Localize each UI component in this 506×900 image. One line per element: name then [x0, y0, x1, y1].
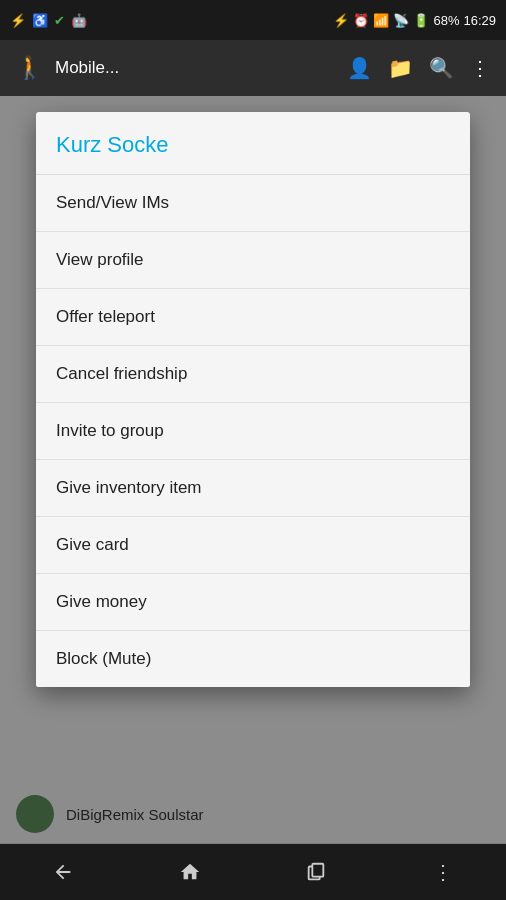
status-left-icons: ⚡ ♿ ✔ 🤖: [10, 13, 87, 28]
cancel-friendship-item[interactable]: Cancel friendship: [36, 346, 470, 403]
battery-percent: 68%: [433, 13, 459, 28]
give-money-item[interactable]: Give money: [36, 574, 470, 631]
offer-teleport-item[interactable]: Offer teleport: [36, 289, 470, 346]
person-walk-icon: 🚶: [16, 55, 43, 81]
status-bar: ⚡ ♿ ✔ 🤖 ⚡ ⏰ 📶 📡 🔋 68% 16:29: [0, 0, 506, 40]
check-circle-icon: ✔: [54, 13, 65, 28]
back-button[interactable]: [38, 852, 88, 892]
svg-rect-1: [313, 864, 324, 877]
alarm-icon: ⏰: [353, 13, 369, 28]
give-card-item[interactable]: Give card: [36, 517, 470, 574]
send-view-ims-item[interactable]: Send/View IMs: [36, 175, 470, 232]
usb-icon: ⚡: [10, 13, 26, 28]
time-display: 16:29: [463, 13, 496, 28]
app-bar-title: Mobile...: [55, 58, 335, 78]
person-icon[interactable]: 👤: [347, 56, 372, 80]
bluetooth-icon: ⚡: [333, 13, 349, 28]
view-profile-item[interactable]: View profile: [36, 232, 470, 289]
invite-to-group-item[interactable]: Invite to group: [36, 403, 470, 460]
dialog-title: Kurz Socke: [36, 112, 470, 175]
bottom-more-icon[interactable]: ⋮: [418, 852, 468, 892]
give-inventory-item[interactable]: Give inventory item: [36, 460, 470, 517]
status-right-icons: ⚡ ⏰ 📶 📡 🔋 68% 16:29: [333, 13, 496, 28]
android-icon: 🤖: [71, 13, 87, 28]
background-content: DiBigRemix Soulstar Kurz Socke Send/View…: [0, 96, 506, 844]
more-icon[interactable]: ⋮: [470, 56, 490, 80]
context-menu-dialog: Kurz Socke Send/View IMs View profile Of…: [36, 112, 470, 687]
recents-button[interactable]: [291, 852, 341, 892]
app-bar-actions: 👤 📁 🔍 ⋮: [347, 56, 490, 80]
accessibility-icon: ♿: [32, 13, 48, 28]
app-bar: 🚶 Mobile... 👤 📁 🔍 ⋮: [0, 40, 506, 96]
folder-icon[interactable]: 📁: [388, 56, 413, 80]
block-mute-item[interactable]: Block (Mute): [36, 631, 470, 687]
signal-icon: 📡: [393, 13, 409, 28]
home-button[interactable]: [165, 852, 215, 892]
bottom-nav-bar: ⋮: [0, 844, 506, 900]
battery-icon: 🔋: [413, 13, 429, 28]
wifi-icon: 📶: [373, 13, 389, 28]
search-icon[interactable]: 🔍: [429, 56, 454, 80]
